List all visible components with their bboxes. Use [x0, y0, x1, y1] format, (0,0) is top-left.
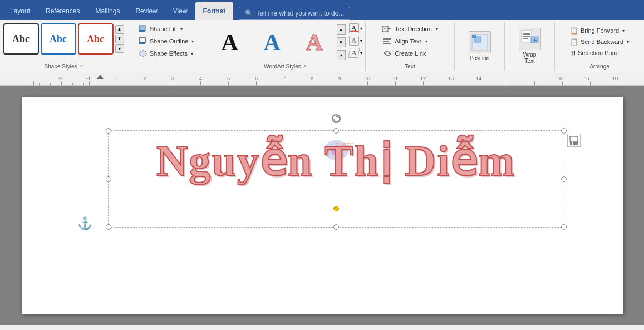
svg-rect-45: [507, 81, 507, 86]
svg-rect-21: [39, 83, 40, 86]
shape-fill-btn[interactable]: Shape Fill ▾: [135, 23, 186, 35]
wordart-nav: ▲ ▼ ▾: [337, 23, 346, 61]
align-text-icon: [382, 37, 392, 46]
text-direction-arrow[interactable]: ▾: [436, 27, 438, 32]
svg-text:6: 6: [255, 76, 258, 81]
shape-effects-btn[interactable]: Shape Effects ▾: [135, 48, 196, 59]
shape-style-down-arrow[interactable]: ▼: [115, 35, 124, 43]
shape-effects-arrow[interactable]: ▾: [191, 51, 193, 56]
svg-rect-13: [472, 35, 476, 38]
tab-format[interactable]: Format: [195, 2, 234, 20]
wrap-text-content: WrapText: [513, 23, 547, 68]
shape-style-btn-3[interactable]: Abc: [78, 23, 114, 55]
handle-bottom-left[interactable]: [106, 224, 111, 230]
svg-text:-1: -1: [86, 76, 91, 81]
handle-bottom-middle[interactable]: [333, 224, 339, 230]
wrap-text-btn[interactable]: WrapText: [513, 24, 547, 67]
text-transform-arrow[interactable]: ▾: [360, 51, 362, 56]
handle-top-left[interactable]: [106, 128, 111, 134]
wordart-box[interactable]: 😈 BUFFCOM Nguyễn Thị Diễm: [108, 130, 564, 228]
text-direction-btn[interactable]: T Text Direction ▾: [378, 23, 441, 35]
tab-mailings[interactable]: Mailings: [87, 2, 127, 20]
wordart-nav-expand[interactable]: ▾: [337, 50, 346, 60]
layout-options-btn[interactable]: [567, 134, 581, 147]
wrap-text-label: WrapText: [523, 52, 537, 64]
wordart-main-text[interactable]: Nguyễn Thị Diễm: [109, 139, 564, 183]
text-glow-a[interactable]: A: [349, 36, 359, 46]
align-text-btn[interactable]: Align Text ▾: [378, 36, 431, 47]
svg-rect-33: [173, 81, 173, 86]
svg-rect-14: [522, 31, 532, 43]
create-link-btn[interactable]: Create Link: [378, 48, 429, 59]
svg-text:10: 10: [365, 76, 370, 81]
shape-styles-expand[interactable]: ↗: [79, 64, 83, 69]
bring-forward-arrow[interactable]: ▾: [622, 28, 625, 33]
wordart-sample-black[interactable]: A: [209, 23, 251, 61]
svg-rect-38: [312, 81, 312, 86]
ribbon-content: Abc Abc Abc ▲ ▼ ▾ Shape Styles ↗: [0, 20, 644, 73]
shape-options-group: Shape Fill ▾ Shape Outline ▾ Shape Effec…: [127, 22, 205, 71]
selection-pane-btn[interactable]: ⊞ Selection Pane: [567, 48, 622, 58]
shape-style-btn-2[interactable]: Abc: [41, 23, 76, 55]
shape-style-up-arrow[interactable]: ▲: [115, 25, 124, 34]
svg-text:-2: -2: [58, 76, 63, 81]
move-handle[interactable]: ⚓: [77, 216, 92, 231]
svg-text:5: 5: [227, 76, 230, 81]
wordart-styles-expand[interactable]: ↗: [303, 64, 307, 69]
send-backward-arrow[interactable]: ▾: [627, 40, 629, 45]
text-group-content: T Text Direction ▾ Align Text ▾ C: [378, 23, 441, 62]
text-glow-arrow[interactable]: ▾: [360, 38, 362, 43]
text-transform-a[interactable]: A: [348, 48, 360, 58]
rotate-handle[interactable]: [332, 114, 341, 123]
shape-outline-icon: [139, 37, 148, 45]
shape-style-btn-1[interactable]: Abc: [3, 23, 39, 55]
svg-rect-72: [570, 136, 578, 142]
text-direction-icon: T: [382, 24, 392, 33]
search-box[interactable]: 🔍 Tell me what you want to do...: [239, 7, 350, 20]
shape-effects-label: Shape Effects: [150, 50, 188, 57]
handle-bottom-right[interactable]: [561, 224, 567, 230]
handle-top-right[interactable]: [561, 128, 567, 134]
text-color-a[interactable]: A: [349, 23, 359, 33]
svg-text:4: 4: [199, 76, 202, 81]
position-content: Position: [463, 23, 496, 68]
svg-rect-36: [256, 81, 257, 86]
shape-fill-arrow[interactable]: ▾: [180, 27, 183, 32]
handle-top-middle[interactable]: [333, 128, 339, 134]
position-btn[interactable]: Position: [463, 28, 496, 65]
svg-rect-47: [562, 81, 563, 86]
align-text-arrow[interactable]: ▾: [425, 39, 427, 44]
tab-review[interactable]: Review: [127, 2, 165, 20]
svg-rect-39: [340, 81, 340, 86]
svg-rect-48: [590, 81, 591, 86]
shape-style-dropdown[interactable]: ▲ ▼ ▾: [115, 23, 124, 55]
tab-layout[interactable]: Layout: [2, 2, 38, 20]
shape-outline-btn[interactable]: Shape Outline ▾: [135, 36, 198, 47]
send-backward-btn[interactable]: 📋 Send Backward ▾: [567, 37, 632, 47]
text-icon-row-2: A ▾: [349, 36, 362, 46]
svg-rect-28: [78, 83, 78, 86]
arrange-group-label: Arrange: [589, 62, 609, 70]
svg-rect-1: [139, 30, 145, 32]
svg-rect-32: [145, 81, 145, 86]
wordart-nav-down[interactable]: ▼: [337, 37, 346, 47]
svg-rect-31: [117, 81, 117, 86]
arrange-group: 📋 Bring Forward ▾ 📋 Send Backward ▾ ⊞ Se…: [555, 22, 644, 71]
text-color-arrow[interactable]: ▾: [360, 26, 362, 31]
wordart-sample-pink[interactable]: A: [293, 23, 336, 61]
bring-forward-btn[interactable]: 📋 Bring Forward ▾: [567, 26, 628, 36]
svg-rect-23: [50, 83, 51, 86]
svg-rect-20: [33, 81, 34, 86]
tab-references[interactable]: References: [38, 2, 87, 20]
svg-rect-42: [423, 81, 424, 86]
wordart-sample-blue[interactable]: A: [251, 23, 293, 61]
wordart-nav-up[interactable]: ▲: [337, 24, 346, 35]
tab-view[interactable]: View: [165, 2, 195, 20]
svg-rect-44: [479, 81, 479, 86]
yellow-control-dot[interactable]: [333, 206, 339, 211]
shape-style-more-arrow[interactable]: ▾: [115, 44, 124, 53]
document-area: ⚓: [0, 86, 644, 325]
shape-options-content: Shape Fill ▾ Shape Outline ▾ Shape Effec…: [135, 23, 198, 68]
align-text-label: Align Text: [395, 38, 421, 45]
shape-outline-arrow[interactable]: ▾: [191, 39, 194, 44]
